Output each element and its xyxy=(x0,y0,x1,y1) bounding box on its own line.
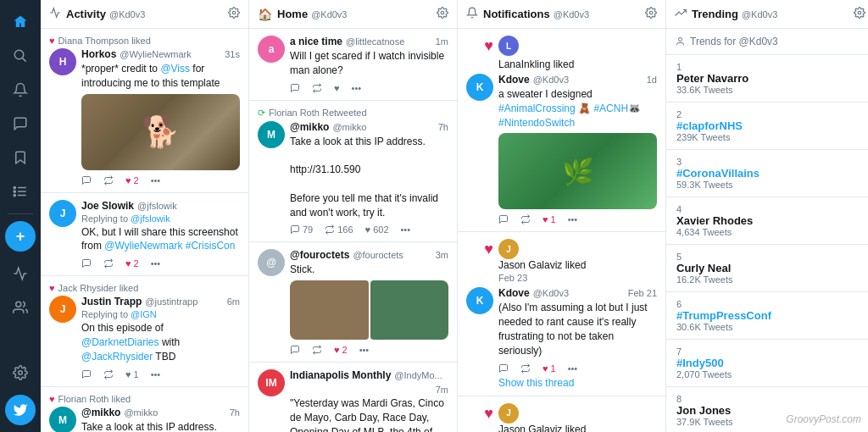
like-action[interactable]: ♥1 xyxy=(542,363,556,374)
reply-action[interactable] xyxy=(81,258,92,269)
show-thread-2[interactable]: Show this thread xyxy=(498,377,657,389)
activity-tweet-3[interactable]: ♥ Jack Rhysider liked J Justin Trapp @ju… xyxy=(41,276,248,386)
activity-tweet-4-avatar: M xyxy=(49,407,76,432)
sidebar-compose-icon[interactable]: + xyxy=(5,221,36,252)
reply-action[interactable] xyxy=(290,83,300,93)
notif-3-heart-icon: ♥ xyxy=(484,405,493,423)
svg-point-9 xyxy=(19,371,23,375)
like-count: 1 xyxy=(134,369,139,379)
activity-settings-icon[interactable] xyxy=(228,7,240,21)
home-tweet-3[interactable]: @ @fouroctets @fouroctets 3m Stick. xyxy=(249,242,457,363)
notification-3[interactable]: ♥ J Jason Galaviz liked Feb 23 xyxy=(458,396,665,432)
more-action[interactable]: ••• xyxy=(401,224,411,235)
notif-2-liker-text: Jason Galaviz liked xyxy=(498,259,657,271)
activity-tweet-3-avatar: J xyxy=(49,296,76,323)
retweet-action[interactable] xyxy=(312,345,322,355)
sidebar-activity-icon[interactable] xyxy=(5,258,36,289)
home-tweet-4-text: "Yesterday was Mardi Gras, Cinco de Mayo… xyxy=(290,396,448,432)
reply-action[interactable] xyxy=(498,363,509,374)
home-tweet-1-handle: @littlecatnose xyxy=(346,36,404,47)
svg-point-14 xyxy=(679,38,682,42)
sidebar-twitter-button[interactable] xyxy=(5,395,36,425)
activity-tweet-2[interactable]: J Joe Slowik @jfslowik Replying to @jfsl… xyxy=(41,193,248,277)
home-tweet-3-handle: @fouroctets xyxy=(353,250,403,260)
trend-3-num: 3 xyxy=(676,157,864,167)
trend-item-2[interactable]: 2 #clapforNHS 239K Tweets xyxy=(666,102,868,150)
more-action[interactable]: ••• xyxy=(151,258,161,269)
home-tweet-2[interactable]: ⟳ Florian Roth Retweeted M @mikko @mikko… xyxy=(249,101,457,243)
trend-item-8[interactable]: 8 Jon Jones 37.9K Tweets xyxy=(666,387,868,432)
heart-icon: ♥ xyxy=(49,283,55,293)
like-action[interactable]: ♥2 xyxy=(334,345,348,355)
notifications-title: Notifications xyxy=(483,8,550,20)
activity-tweet-4-time: 7h xyxy=(230,407,240,418)
trends-for: Trends for @Kd0v3 xyxy=(666,29,868,55)
notification-1[interactable]: ♥ L LanaInkling liked K xyxy=(458,29,665,232)
sidebar-settings-icon[interactable] xyxy=(5,357,36,388)
trend-item-7[interactable]: 7 #Indy500 2,070 Tweets xyxy=(666,340,868,387)
more-action[interactable]: ••• xyxy=(151,175,161,186)
retweet-action[interactable] xyxy=(103,369,114,379)
trending-settings-icon[interactable] xyxy=(854,7,865,21)
like-action[interactable]: ♥2 xyxy=(125,175,139,186)
notification-2[interactable]: ♥ J Jason Galaviz liked Feb 23 xyxy=(458,232,665,396)
reply-action[interactable] xyxy=(498,214,509,224)
sidebar-messages-icon[interactable] xyxy=(5,108,36,139)
more-action[interactable]: ••• xyxy=(352,83,362,93)
trend-2-count: 239K Tweets xyxy=(676,132,864,142)
like-action[interactable]: ♥ xyxy=(334,83,340,93)
activity-tweet-2-text: OK, but I will share this screenshot fro… xyxy=(81,225,240,254)
home-tweet-4[interactable]: IM Indianapolis Monthly @IndyMo... 7m "Y… xyxy=(249,363,457,432)
reply-action[interactable] xyxy=(290,345,300,355)
activity-column: Activity @Kd0v3 ♥ Diana Thompson liked H xyxy=(41,0,249,432)
sidebar-people-icon[interactable] xyxy=(5,292,36,323)
more-action[interactable]: ••• xyxy=(359,345,370,355)
reply-action[interactable] xyxy=(81,175,92,186)
activity-tweet-1[interactable]: ♥ Diana Thompson liked H Horkos @WylieNe… xyxy=(41,29,248,193)
notif-1-avatar: K xyxy=(466,74,493,101)
trend-6-name: #TrumpPressConf xyxy=(676,309,864,322)
retweet-action[interactable] xyxy=(520,363,531,374)
notif-2-liker-content: J Jason Galaviz liked Feb 23 xyxy=(498,239,657,284)
trend-item-3[interactable]: 3 #CoronaVillains 59.3K Tweets xyxy=(666,150,868,197)
trend-item-6[interactable]: 6 #TrumpPressConf 30.6K Tweets xyxy=(666,292,868,340)
trend-item-1[interactable]: 1 Peter Navarro 33.6K Tweets xyxy=(666,55,868,102)
retweet-action[interactable]: 166 xyxy=(325,224,353,235)
svg-point-12 xyxy=(649,11,653,14)
reply-action[interactable]: 79 xyxy=(290,224,313,235)
home-tweet-2-content: @mikko @mikko 7h Take a look at this IP … xyxy=(290,121,448,235)
like-action[interactable]: ♥2 xyxy=(125,258,139,269)
sidebar-bookmarks-icon[interactable] xyxy=(5,142,36,173)
like-action[interactable]: ♥602 xyxy=(365,224,389,235)
notif-2-liked-row: ♥ J Jason Galaviz liked Feb 23 xyxy=(466,239,657,284)
retweet-action[interactable] xyxy=(312,83,322,93)
sidebar-notifications-icon[interactable] xyxy=(5,75,36,105)
retweet-action[interactable] xyxy=(520,214,531,224)
more-action[interactable]: ••• xyxy=(151,369,161,379)
home-settings-icon[interactable] xyxy=(437,7,448,21)
home-tweet-1[interactable]: a a nice time @littlecatnose 1m Will I g… xyxy=(249,29,457,101)
like-action[interactable]: ♥1 xyxy=(125,369,139,379)
retweet-action[interactable] xyxy=(103,258,114,269)
sidebar-lists-icon[interactable] xyxy=(5,176,36,207)
trend-3-count: 59.3K Tweets xyxy=(676,180,864,190)
trending-column-body: Trends for @Kd0v3 1 Peter Navarro 33.6K … xyxy=(666,29,868,432)
sidebar-home-icon[interactable] xyxy=(5,7,36,37)
activity-tweet-4-content: @mikko @mikko 7h Take a look at this IP … xyxy=(81,407,240,432)
like-action[interactable]: ♥1 xyxy=(542,214,556,224)
retweet-action[interactable] xyxy=(103,175,114,186)
sidebar-search-icon[interactable] xyxy=(5,41,36,71)
activity-tweet-4[interactable]: ♥ Florian Roth liked M @mikko @mikko 7h xyxy=(41,387,248,432)
reply-action[interactable] xyxy=(81,369,92,379)
notif-2-liker-avatar: J xyxy=(498,239,519,259)
notif-1-liker-avatar: L xyxy=(498,36,519,56)
activity-tweet-2-avatar: J xyxy=(49,200,76,227)
trend-item-4[interactable]: 4 Xavier Rhodes 4,634 Tweets xyxy=(666,197,868,245)
more-action[interactable]: ••• xyxy=(568,214,578,224)
home-tweet-1-avatar: a xyxy=(258,36,285,63)
activity-tweet-4-name: @mikko xyxy=(81,407,120,418)
notifications-settings-icon[interactable] xyxy=(645,7,657,21)
trend-item-5[interactable]: 5 Curly Neal 16.2K Tweets xyxy=(666,245,868,292)
more-action[interactable]: ••• xyxy=(568,363,578,374)
home-tweet-1-actions: ♥ ••• xyxy=(290,83,448,93)
